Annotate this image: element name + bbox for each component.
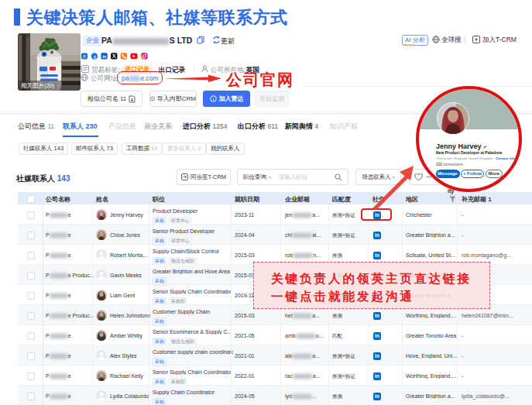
svg-text:in: in	[102, 54, 107, 59]
svg-text:e: e	[83, 53, 86, 59]
